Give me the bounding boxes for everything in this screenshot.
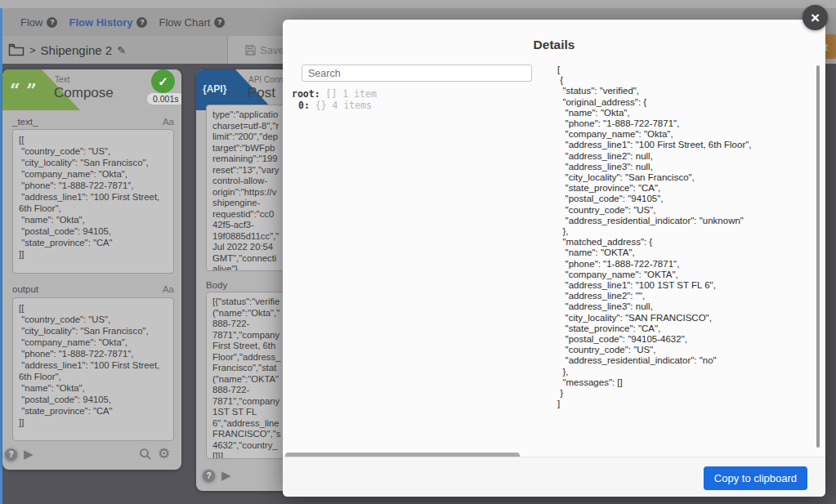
compose-card-title: Compose xyxy=(54,85,114,101)
tree-node-0[interactable]: 0: {} 4 items xyxy=(292,100,377,111)
tab-flow-label: Flow xyxy=(20,16,42,29)
modal-footer: Copy to clipboard xyxy=(283,457,825,497)
compose-card: “ ” Text Compose ✓ 0.001s _text_ Aa [[ "… xyxy=(2,69,181,470)
flow-name[interactable]: Shipengine 2 xyxy=(41,43,113,57)
test-play-icon[interactable]: ▶ xyxy=(24,447,34,462)
test-play-icon[interactable]: ▶ xyxy=(221,468,231,483)
field-label: _text_ xyxy=(12,117,38,127)
breadcrumb-chevron: > xyxy=(29,44,36,56)
tab-flow-history-label: Flow History xyxy=(69,16,132,29)
post-card-title: Post xyxy=(248,85,275,101)
app-screen: Flow ? Flow History ? Flow Chart ? > Shi… xyxy=(0,0,836,504)
field-label-row: output Aa xyxy=(12,284,174,294)
output-field-value[interactable]: [[ "country_code": "US", "city_locality"… xyxy=(12,297,174,441)
api-connector-icon: {API} xyxy=(203,83,226,95)
tree-node-meta: {} 4 items xyxy=(315,100,372,111)
json-detail-view: [ { "status": "verified", "original_addr… xyxy=(557,65,811,410)
modal-title: Details xyxy=(283,38,825,52)
close-icon[interactable]: × xyxy=(802,5,828,30)
field-label: Body xyxy=(206,280,227,290)
tab-flow-history[interactable]: Flow History ? xyxy=(69,16,147,29)
success-check-icon: ✓ xyxy=(151,69,175,93)
text-field-value[interactable]: [[ "country_code": "US", "city_locality"… xyxy=(12,129,174,274)
field-label-row: _text_ Aa xyxy=(12,117,174,127)
save-label: Save xyxy=(260,44,284,56)
help-icon[interactable]: ? xyxy=(47,17,57,28)
text-quotes-icon: “ ” xyxy=(10,79,37,100)
vertical-scrollbar[interactable] xyxy=(816,65,820,448)
field-label: output xyxy=(12,284,38,294)
save-icon xyxy=(245,45,256,56)
search-input[interactable] xyxy=(302,65,532,82)
json-tree: root: [] 1 item 0: {} 4 items xyxy=(292,88,377,111)
breadcrumb: > Shipengine 2 ✎ xyxy=(8,36,126,64)
help-icon[interactable]: ? xyxy=(136,17,147,28)
edit-pencil-icon[interactable]: ✎ xyxy=(117,44,126,56)
details-modal: Details root: [] 1 item 0: {} 4 items [ … xyxy=(283,20,825,497)
save-button[interactable]: Save xyxy=(245,36,284,64)
search-icon[interactable] xyxy=(139,448,152,461)
help-icon[interactable]: ? xyxy=(214,17,225,28)
tree-node-key: 0: xyxy=(298,100,310,111)
execution-time-badge: 0.001s xyxy=(147,93,181,105)
text-type-indicator: Aa xyxy=(163,117,174,127)
tree-node-meta: [] 1 item xyxy=(326,88,377,100)
top-strip xyxy=(0,0,836,8)
gear-icon[interactable]: ⚙ xyxy=(158,445,170,462)
help-icon[interactable]: ? xyxy=(203,470,215,482)
tab-flow[interactable]: Flow ? xyxy=(20,16,57,29)
text-type-indicator: Aa xyxy=(163,284,174,294)
compose-card-type: Text xyxy=(55,75,69,84)
help-icon[interactable]: ? xyxy=(5,448,17,461)
tab-flow-chart-label: Flow Chart xyxy=(159,16,210,29)
tree-node-key: root: xyxy=(292,88,320,100)
copy-to-clipboard-button[interactable]: Copy to clipboard xyxy=(704,466,807,490)
tab-flow-chart[interactable]: Flow Chart ? xyxy=(159,16,225,29)
tree-node-root[interactable]: root: [] 1 item xyxy=(292,88,377,100)
folder-icon[interactable] xyxy=(8,43,25,56)
